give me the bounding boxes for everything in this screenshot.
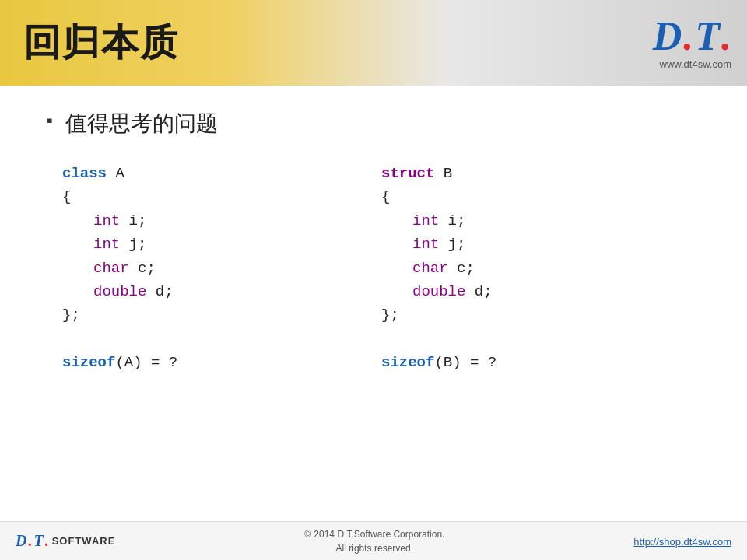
code-line-char-right: char c; <box>381 257 700 280</box>
bullet-marker: ▪ <box>47 110 53 131</box>
class-name: A <box>107 165 124 182</box>
footer-logo-software: Software <box>52 535 116 547</box>
logo-t: T <box>695 16 720 57</box>
sizeof-right: sizeof(B) = ? <box>381 351 700 374</box>
code-line-int-j-left: int j; <box>62 233 381 256</box>
kw-double-right: double <box>412 283 465 300</box>
footer-logo-dot2: . <box>45 532 49 550</box>
brace-close-left: }; <box>62 303 381 327</box>
logo-dot1: . <box>683 16 693 57</box>
code-block-right: struct B { int i; int j; char c; <box>381 162 700 374</box>
kw-int-1-left: int <box>93 212 120 229</box>
kw-sizeof-right: sizeof <box>381 354 434 371</box>
logo-website: www.dt4sw.com <box>660 58 731 70</box>
logo-d: D <box>653 16 682 57</box>
footer-copyright: © 2014 D.T.Software Corporation. All rig… <box>304 527 444 555</box>
footer-logo-t: T <box>33 532 43 550</box>
main-content: ▪ 值得思考的问题 class A { int i; int j; <box>0 86 747 529</box>
struct-name: B <box>434 165 452 182</box>
logo-dot2: . <box>721 16 731 57</box>
struct-declaration: struct B <box>381 162 700 185</box>
kw-int-1-right: int <box>412 212 439 229</box>
copyright-line1: © 2014 D.T.Software Corporation. <box>304 527 444 541</box>
footer-link-area: http://shop.dt4sw.com <box>633 534 731 548</box>
kw-int-2-left: int <box>93 236 120 253</box>
code-line-int-i-right: int i; <box>381 209 700 233</box>
footer-logo-d: D <box>16 532 26 550</box>
bullet-item: ▪ 值得思考的问题 <box>47 109 700 138</box>
sizeof-left: sizeof(A) = ? <box>62 351 381 374</box>
code-line-double-left: double d; <box>62 280 381 303</box>
brace-open-right: { <box>381 185 700 208</box>
footer-logo: D . T . Software <box>16 532 115 550</box>
kw-double-left: double <box>93 283 146 300</box>
copyright-line2: All rights reserved. <box>304 541 444 555</box>
class-declaration: class A <box>62 162 381 185</box>
page-title: 回归本质 <box>23 18 179 68</box>
logo: D . T . <box>653 16 731 57</box>
code-section: class A { int i; int j; char c; <box>47 162 700 374</box>
keyword-class: class <box>62 165 107 182</box>
code-line-double-right: double d; <box>381 280 700 303</box>
footer-link[interactable]: http://shop.dt4sw.com <box>633 536 731 548</box>
code-block-left: class A { int i; int j; char c; <box>62 162 381 374</box>
code-line-int-i-left: int i; <box>62 209 381 233</box>
code-line-int-j-right: int j; <box>381 233 700 256</box>
code-line-char-left: char c; <box>62 257 381 280</box>
kw-sizeof-left: sizeof <box>62 354 115 371</box>
header: 回归本质 D . T . www.dt4sw.com <box>0 0 747 86</box>
brace-open-left: { <box>62 185 381 208</box>
footer-logo-dot1: . <box>28 532 32 550</box>
kw-char-left: char <box>93 260 129 277</box>
footer: D . T . Software © 2014 D.T.Software Cor… <box>0 521 747 560</box>
logo-area: D . T . www.dt4sw.com <box>653 16 731 70</box>
kw-int-2-right: int <box>412 236 439 253</box>
bullet-text: 值得思考的问题 <box>65 109 218 138</box>
brace-close-right: }; <box>381 303 700 327</box>
keyword-struct: struct <box>381 165 434 182</box>
kw-char-right: char <box>412 260 448 277</box>
